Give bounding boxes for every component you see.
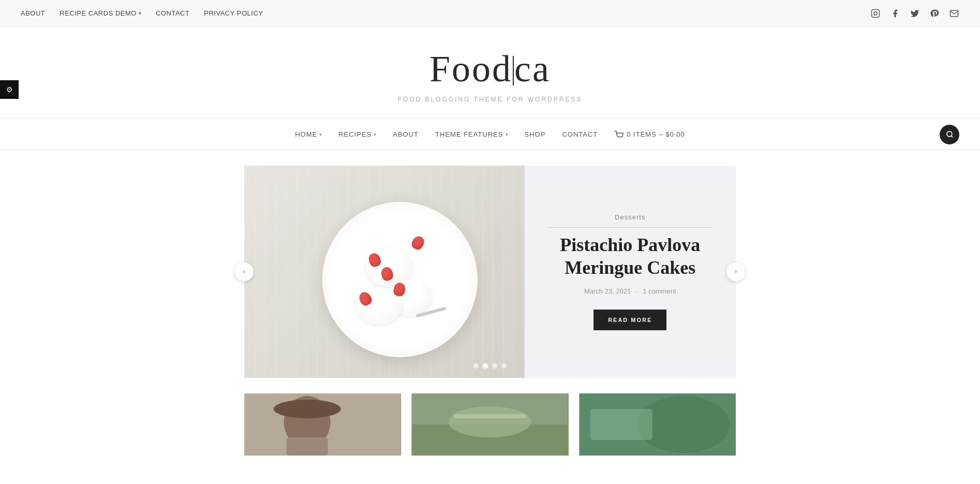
theme-features-dropdown-arrow: ▾: [506, 132, 508, 137]
svg-point-2: [877, 11, 878, 12]
slider-dot-2[interactable]: [483, 363, 488, 369]
hero-image-panel: [244, 166, 525, 378]
hero-meta-dot: ·: [636, 287, 638, 295]
nav-home[interactable]: HOME ▾: [295, 130, 322, 138]
top-nav-contact[interactable]: CONTACT: [156, 9, 189, 17]
slider-dot-3[interactable]: [492, 363, 497, 369]
svg-point-9: [274, 400, 341, 418]
cart-icon: [614, 130, 623, 139]
slider-next-button[interactable]: ›: [726, 262, 745, 281]
top-bar: ABOUT RECIPE CARDS DEMO ▾ CONTACT PRIVAC…: [0, 0, 980, 27]
svg-rect-10: [287, 437, 328, 456]
instagram-icon[interactable]: [870, 8, 881, 19]
hero-slide: Desserts Pistachio Pavlova Meringue Cake…: [244, 166, 736, 378]
nav-about[interactable]: ABOUT: [393, 130, 419, 138]
svg-point-4: [622, 138, 623, 139]
cart-label: 0 ITEMS – $0.00: [627, 130, 685, 138]
main-navigation: HOME ▾ RECIPES ▾ ABOUT THEME FEATURES ▾ …: [0, 119, 980, 150]
read-more-button[interactable]: READ MORE: [593, 310, 666, 330]
nav-recipes[interactable]: RECIPES ▾: [338, 130, 376, 138]
svg-rect-18: [590, 409, 652, 440]
email-icon[interactable]: [949, 8, 959, 19]
slider-dot-4[interactable]: [501, 363, 507, 369]
recipes-dropdown-arrow: ▾: [374, 132, 376, 137]
search-button[interactable]: [940, 125, 959, 144]
hero-title[interactable]: Pistachio Pavlova Meringue Cakes: [548, 234, 713, 278]
top-nav-about[interactable]: ABOUT: [21, 9, 45, 17]
gear-icon: ⚙: [6, 85, 13, 94]
hero-comments: 1 comment: [643, 287, 676, 295]
facebook-icon[interactable]: [890, 8, 900, 19]
card-preview-1[interactable]: [244, 393, 401, 456]
bottom-card-previews: [244, 393, 736, 456]
site-header: Foodca FOOD BLOGGING THEME FOR WORDPRESS: [0, 27, 980, 119]
top-nav-recipe-cards[interactable]: RECIPE CARDS DEMO ▾: [60, 9, 141, 17]
top-navigation: ABOUT RECIPE CARDS DEMO ▾ CONTACT PRIVAC…: [21, 9, 263, 17]
svg-point-3: [617, 138, 618, 139]
svg-line-6: [951, 136, 953, 137]
card-preview-image-3: [579, 393, 736, 456]
nav-theme-features[interactable]: THEME FEATURES ▾: [435, 130, 508, 138]
site-title[interactable]: Foodca: [10, 48, 970, 91]
svg-point-5: [946, 131, 952, 137]
site-tagline: FOOD BLOGGING THEME FOR WORDPRESS: [10, 96, 970, 103]
home-dropdown-arrow: ▾: [319, 132, 322, 137]
cart-link[interactable]: 0 ITEMS – $0.00: [614, 130, 685, 139]
nav-theme-features-link[interactable]: THEME FEATURES: [435, 130, 503, 138]
strawberry-1: [410, 234, 426, 252]
settings-button[interactable]: ⚙: [0, 80, 19, 99]
card-preview-image-1: [244, 393, 401, 456]
slider-prev-button[interactable]: ‹: [235, 262, 254, 281]
twitter-icon[interactable]: [910, 8, 920, 19]
pinterest-icon[interactable]: [929, 8, 940, 19]
card-preview-3[interactable]: [579, 393, 736, 456]
hero-slider: Desserts Pistachio Pavlova Meringue Cake…: [244, 166, 736, 378]
svg-rect-14: [454, 414, 526, 418]
slider-dot-1[interactable]: [473, 363, 479, 369]
nav-home-link[interactable]: HOME: [295, 130, 317, 138]
card-preview-image-2: [411, 393, 568, 456]
hero-meta: March 23, 2021 · 1 comment: [548, 287, 713, 295]
nav-contact[interactable]: CONTACT: [562, 130, 598, 138]
hero-content-panel: Desserts Pistachio Pavlova Meringue Cake…: [525, 166, 736, 378]
svg-point-1: [874, 12, 877, 15]
svg-rect-0: [872, 9, 880, 17]
hero-date: March 23, 2021: [584, 287, 631, 295]
slider-dots: [244, 363, 736, 369]
nav-recipes-link[interactable]: RECIPES: [338, 130, 372, 138]
pavlova-plate: [322, 202, 478, 357]
chevron-left-icon: ‹: [243, 268, 246, 276]
chevron-right-icon: ›: [735, 268, 737, 276]
svg-point-13: [449, 406, 531, 437]
top-nav-recipe-label[interactable]: RECIPE CARDS DEMO: [60, 9, 137, 17]
dropdown-arrow-icon: ▾: [139, 10, 141, 16]
search-icon: [946, 130, 954, 138]
hero-category: Desserts: [548, 213, 713, 228]
top-nav-privacy[interactable]: PRIVACY POLICY: [204, 9, 263, 17]
social-icons-group: [870, 8, 959, 19]
nav-shop[interactable]: SHOP: [525, 130, 546, 138]
card-preview-2[interactable]: [411, 393, 568, 456]
